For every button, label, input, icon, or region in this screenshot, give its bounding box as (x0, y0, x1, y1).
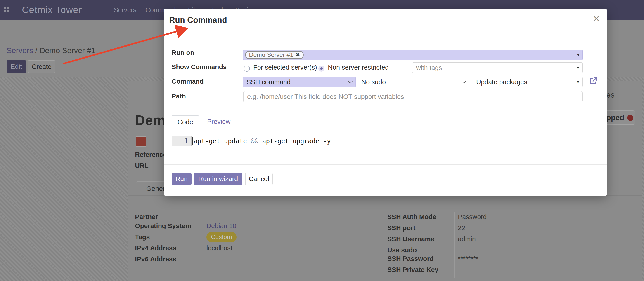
tab-preview[interactable]: Preview (207, 118, 230, 125)
command-name-value: Update packages (476, 78, 527, 86)
server-tag-pill: Demo Server #1 ✖ (245, 51, 304, 59)
radio-for-selected-servers[interactable] (244, 65, 250, 72)
command-type-select[interactable]: SSH command (243, 77, 356, 87)
chevron-down-icon: ▾ (577, 65, 579, 70)
breadcrumb-separator: / (33, 46, 39, 55)
info-label: IPv6 Address (135, 256, 176, 263)
tag-badge: Custom (206, 232, 236, 242)
sudo-value: No sudo (361, 78, 386, 86)
remove-tag-icon[interactable]: ✖ (296, 52, 300, 58)
info-label: SSH Auth Mode (387, 213, 436, 221)
editor-code-line[interactable]: apt-get update && apt-get upgrade -y (194, 136, 331, 146)
info-label: Operating System (135, 222, 191, 230)
tabs-underline (164, 128, 599, 128)
cancel-button[interactable]: Cancel (245, 173, 273, 185)
info-label: SSH Private Key (387, 266, 438, 274)
info-label: SSH port (387, 224, 416, 232)
button-box-text-fragment: es (606, 90, 614, 99)
reference-label: Reference (135, 151, 167, 158)
server-avatar (136, 136, 146, 147)
info-label: SSH Username (387, 235, 434, 243)
sudo-select[interactable]: No sudo (358, 77, 470, 87)
app-brand: Cetmix Tower (22, 4, 82, 15)
with-tags-placeholder: with tags (416, 64, 442, 72)
modal-footer-divider (164, 164, 607, 165)
info-label: Partner (135, 213, 158, 221)
info-label: Tags (135, 233, 150, 241)
run-command-modal: Run Command ✕ Run on Demo Server #1 ✖ ▾ … (164, 9, 607, 196)
run-in-wizard-button[interactable]: Run in wizard (194, 173, 242, 185)
editor-line-number: 1 (172, 136, 192, 146)
info-value[interactable]: Debian 10 (206, 222, 236, 230)
run-button[interactable]: Run (172, 173, 192, 185)
form-column-divider (239, 46, 239, 105)
text-cursor (528, 78, 528, 86)
radio-for-selected-servers-label[interactable]: For selected server(s) (253, 64, 317, 71)
status-stopped-dot (627, 115, 633, 121)
menu-item-servers[interactable]: Servers (114, 6, 136, 14)
info-label: IPv4 Address (135, 244, 176, 252)
info-value: ******** (458, 255, 478, 263)
create-button[interactable]: Create (28, 60, 55, 73)
editor-cursor (192, 137, 193, 145)
close-icon[interactable]: ✕ (593, 14, 600, 23)
chevron-down-icon (348, 79, 352, 84)
url-label: URL (135, 162, 148, 169)
info-value: Custom (206, 232, 236, 242)
info-divider-left (204, 212, 204, 268)
chevron-down-icon (462, 79, 466, 84)
modal-title: Run Command (169, 15, 227, 25)
info-value: localhost (206, 244, 232, 252)
code-operator: && (251, 137, 258, 145)
edit-button[interactable]: Edit (6, 60, 26, 73)
chevron-down-icon: ▾ (577, 52, 579, 58)
run-on-label: Run on (172, 49, 194, 56)
external-link-icon[interactable] (589, 77, 598, 85)
command-name-input[interactable]: Update packages ▾ (472, 77, 583, 87)
info-label: Use sudo (387, 247, 417, 254)
apps-grid-icon[interactable] (4, 7, 10, 12)
command-type-value: SSH command (246, 78, 290, 86)
breadcrumb-servers-link[interactable]: Servers (6, 46, 33, 55)
tab-code[interactable]: Code (172, 115, 199, 128)
radio-non-server-restricted-label[interactable]: Non server restricted (328, 64, 389, 71)
modal-header-divider (164, 31, 607, 31)
command-label: Command (172, 78, 204, 85)
chevron-down-icon: ▾ (577, 79, 579, 85)
info-label: SSH Password (387, 255, 434, 263)
code-segment: apt-get update (194, 137, 251, 145)
run-on-field[interactable]: Demo Server #1 ✖ ▾ (243, 50, 583, 60)
code-segment: apt-get upgrade -y (258, 137, 331, 145)
path-input[interactable]: e.g. /home/user This field does NOT supp… (243, 91, 583, 102)
breadcrumb-current: Demo Server #1 (39, 46, 96, 55)
info-value: Password (458, 213, 486, 221)
with-tags-select[interactable]: with tags ▾ (412, 62, 583, 73)
show-commands-label: Show Commands (172, 63, 226, 71)
info-value: admin (458, 235, 476, 243)
radio-non-server-restricted[interactable] (318, 65, 324, 72)
info-divider-right (454, 212, 455, 278)
path-label: Path (172, 93, 186, 100)
info-value: 22 (458, 224, 465, 232)
breadcrumb: Servers / Demo Server #1 (6, 46, 96, 55)
server-tag-label: Demo Server #1 (249, 51, 294, 58)
